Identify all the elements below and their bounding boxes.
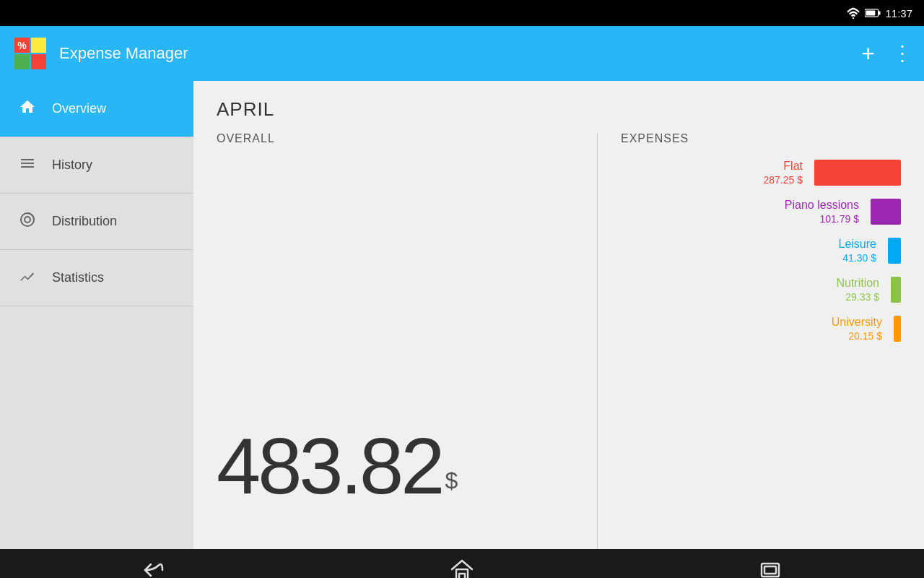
expense-bar	[888, 238, 901, 264]
expense-info: Nutrition29.33 $	[836, 277, 879, 303]
expense-name: Nutrition	[836, 277, 879, 290]
expenses-list: Flat287.25 $Piano lessions101.79 $Leisur…	[621, 160, 901, 342]
logo-yellow	[31, 38, 46, 53]
svg-point-5	[25, 217, 30, 223]
expense-item: Leisure41.30 $	[621, 238, 901, 264]
overall-amount: 483.82 $	[217, 174, 574, 549]
overall-panel: OVERALL 483.82 $	[217, 132, 598, 549]
content-area: APRIL OVERALL 483.82 $ EXPENSES Flat287.…	[193, 81, 924, 549]
app-title: Expense Manager	[59, 44, 861, 63]
add-button[interactable]: +	[861, 42, 875, 65]
expense-item: Piano lessions101.79 $	[621, 199, 901, 225]
app-bar: % Expense Manager + ⋮	[0, 26, 924, 81]
wifi-icon	[846, 7, 860, 19]
expense-name: Piano lessions	[785, 199, 859, 212]
home-button[interactable]	[450, 559, 474, 579]
svg-rect-2	[879, 11, 881, 14]
logo-red	[31, 54, 46, 69]
expense-amount: 29.33 $	[836, 291, 879, 303]
month-title: APRIL	[217, 98, 274, 120]
menu-button[interactable]: ⋮	[892, 43, 912, 64]
expense-name: Leisure	[839, 238, 876, 251]
logo-green	[14, 54, 30, 69]
expense-info: Leisure41.30 $	[839, 238, 876, 264]
expense-amount: 287.25 $	[764, 174, 803, 186]
expense-bar	[891, 277, 901, 303]
sidebar: Overview History Distribution	[0, 81, 193, 549]
home-icon	[17, 98, 38, 120]
sidebar-item-statistics[interactable]: Statistics	[0, 250, 193, 306]
statistics-icon	[17, 267, 38, 289]
expense-item: University20.15 $	[621, 316, 901, 342]
battery-icon	[865, 8, 881, 18]
expense-info: Piano lessions101.79 $	[785, 199, 859, 225]
main-container: Overview History Distribution	[0, 81, 924, 549]
expenses-panel: EXPENSES Flat287.25 $Piano lessions101.7…	[598, 132, 901, 549]
status-bar: 11:37	[0, 0, 924, 26]
history-icon	[17, 155, 38, 176]
svg-rect-9	[764, 566, 776, 574]
expense-name: Flat	[764, 160, 803, 173]
distribution-icon	[17, 211, 38, 233]
status-icons: 11:37	[846, 7, 912, 20]
expense-info: Flat287.25 $	[764, 160, 803, 186]
statistics-label: Statistics	[52, 270, 104, 285]
expense-item: Nutrition29.33 $	[621, 277, 901, 303]
recents-button[interactable]	[759, 561, 782, 579]
expense-bar	[814, 160, 901, 186]
logo-percent: %	[14, 38, 30, 53]
bottom-bar	[0, 549, 924, 578]
status-time: 11:37	[885, 7, 912, 20]
expense-info: University20.15 $	[832, 316, 882, 342]
back-button[interactable]	[142, 560, 165, 579]
expense-name: University	[832, 316, 882, 329]
content-header: APRIL	[193, 81, 924, 132]
svg-rect-3	[866, 11, 876, 16]
content-body: OVERALL 483.82 $ EXPENSES Flat287.25 $Pi…	[193, 132, 924, 549]
expense-amount: 101.79 $	[785, 213, 859, 225]
sidebar-item-distribution[interactable]: Distribution	[0, 194, 193, 250]
overall-label: OVERALL	[217, 132, 574, 145]
expense-item: Flat287.25 $	[621, 160, 901, 186]
expense-amount: 41.30 $	[839, 252, 876, 264]
sidebar-item-overview[interactable]: Overview	[0, 81, 193, 137]
svg-rect-7	[459, 574, 465, 579]
expenses-title: EXPENSES	[621, 132, 901, 145]
expense-bar	[871, 199, 901, 225]
expense-amount: 20.15 $	[832, 330, 882, 342]
amount-value: 483.82	[217, 426, 442, 506]
overview-label: Overview	[52, 101, 106, 116]
svg-point-0	[853, 17, 854, 19]
app-logo: %	[12, 35, 49, 72]
sidebar-item-history[interactable]: History	[0, 137, 193, 194]
history-label: History	[52, 158, 92, 173]
expense-bar	[894, 316, 901, 342]
app-bar-actions: + ⋮	[861, 42, 912, 65]
distribution-label: Distribution	[52, 214, 117, 229]
amount-currency: $	[445, 467, 458, 494]
